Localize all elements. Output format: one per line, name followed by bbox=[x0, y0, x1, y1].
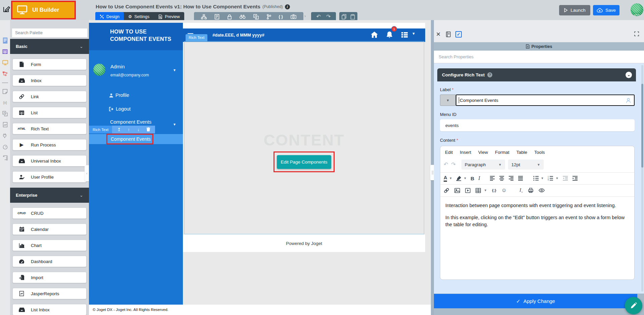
chevron-down-icon[interactable]: ▼ bbox=[541, 177, 544, 180]
hint-user-icon[interactable] bbox=[626, 98, 631, 103]
redo-icon[interactable]: ↷ bbox=[326, 14, 331, 19]
user-avatar[interactable]: admin bbox=[631, 3, 643, 16]
palette-section-enterprise[interactable]: Enterprise ⌄ bbox=[10, 188, 89, 203]
palette-item-inbox[interactable]: Inbox bbox=[12, 75, 87, 86]
chevron-down-icon[interactable]: ▼ bbox=[555, 177, 558, 180]
palette-item-userprofile[interactable]: User Profile bbox=[12, 171, 87, 183]
align-left-icon[interactable] bbox=[490, 176, 495, 181]
toolbar-more-icon[interactable]: › bbox=[304, 13, 306, 18]
menuid-input[interactable]: events bbox=[440, 119, 635, 131]
move-up-icon[interactable]: ↑ bbox=[124, 127, 134, 132]
expand-icon[interactable] bbox=[634, 31, 639, 37]
menu-tools[interactable]: Tools bbox=[534, 150, 545, 155]
align-right-icon[interactable] bbox=[508, 176, 514, 181]
preview-menu-logout[interactable]: Logout bbox=[109, 106, 131, 112]
numbered-list-icon[interactable]: 123 bbox=[548, 176, 553, 181]
move-top-icon[interactable]: ↥ bbox=[114, 127, 124, 132]
media-doc-icon[interactable] bbox=[0, 120, 10, 129]
palette-item-richtext[interactable]: HTML Rich Text bbox=[12, 123, 87, 134]
help-icon[interactable]: ? bbox=[487, 72, 492, 77]
form-builder-icon[interactable] bbox=[214, 14, 219, 19]
paragraph-style-dropdown[interactable]: Paragraph▼ bbox=[461, 160, 505, 170]
palette-item-listinbox[interactable]: List Inbox bbox=[12, 304, 87, 315]
binoculars-icon[interactable] bbox=[239, 14, 246, 19]
navbar-date-text[interactable]: #date.EEE, d MMM yyyy# bbox=[212, 33, 264, 38]
palette-item-jasperreports[interactable]: JasperReports bbox=[12, 288, 87, 299]
palette-item-crud[interactable]: CRUD CRUD bbox=[12, 207, 87, 219]
insert-table-icon[interactable] bbox=[476, 188, 481, 193]
notes-icon[interactable] bbox=[0, 87, 10, 96]
close-icon[interactable]: ✕ bbox=[436, 31, 441, 38]
editor-redo-icon[interactable]: ↷ bbox=[451, 162, 455, 167]
paste-icon[interactable] bbox=[350, 14, 355, 19]
palette-collapse-handle[interactable]: ‹ bbox=[85, 165, 89, 181]
preview-eye-icon[interactable] bbox=[539, 188, 545, 193]
scrollbar-thumb[interactable] bbox=[641, 84, 643, 168]
insert-media-icon[interactable] bbox=[465, 188, 470, 193]
edit-square-icon[interactable] bbox=[2, 5, 10, 13]
palette-item-runprocess[interactable]: ▶ Run Process bbox=[12, 139, 87, 150]
tab-settings[interactable]: ⚙ Settings bbox=[124, 12, 154, 21]
plugin-icon[interactable] bbox=[0, 131, 10, 140]
tab-design[interactable]: Design bbox=[95, 12, 124, 21]
chevron-down-icon[interactable]: ▼ bbox=[463, 177, 466, 180]
palette-item-import[interactable]: Import bbox=[12, 272, 87, 283]
form-module-icon[interactable] bbox=[0, 36, 10, 45]
ui-builder-logo[interactable]: UI Builder bbox=[11, 1, 76, 19]
bell-icon[interactable] bbox=[386, 31, 393, 38]
copy-icon[interactable] bbox=[342, 14, 347, 19]
chevron-down-icon[interactable]: ▼ bbox=[449, 177, 452, 180]
editor-content[interactable]: Interaction between page components with… bbox=[440, 198, 634, 238]
highlight-color-icon[interactable] bbox=[456, 176, 461, 181]
emoji-icon[interactable]: ☺ bbox=[501, 188, 507, 193]
apply-change-button[interactable]: ✓ Apply Change bbox=[434, 294, 637, 308]
insert-link-icon[interactable] bbox=[444, 188, 449, 193]
save-button[interactable]: Save bbox=[593, 5, 620, 15]
properties-search-input[interactable] bbox=[434, 51, 644, 63]
label-prefix-select[interactable]: ▼ bbox=[440, 94, 456, 106]
chevron-down-icon[interactable]: ▼ bbox=[484, 189, 487, 192]
selected-menu-item[interactable]: Component Events bbox=[106, 134, 153, 144]
notes-book-icon[interactable] bbox=[446, 32, 451, 37]
configure-section-header[interactable]: Configure Rich Text ? ⌄ bbox=[437, 68, 636, 81]
preview-user-block[interactable]: Admin email@company.com ▾ bbox=[89, 64, 183, 80]
braces-icon[interactable]: { } bbox=[279, 14, 283, 19]
camera-icon[interactable] bbox=[291, 14, 296, 19]
chevron-down-icon[interactable]: ▾ bbox=[174, 122, 176, 127]
menu-table[interactable]: Table bbox=[516, 150, 527, 155]
monitor-gauge-icon[interactable] bbox=[0, 142, 10, 151]
launch-button[interactable]: Launch bbox=[559, 5, 590, 15]
italic-icon[interactable]: I bbox=[478, 175, 480, 181]
menu-edit[interactable]: Edit bbox=[445, 150, 453, 155]
menu-insert[interactable]: Insert bbox=[460, 150, 471, 155]
palette-item-link[interactable]: Link bbox=[12, 91, 87, 102]
palette-item-list[interactable]: List bbox=[12, 107, 87, 118]
i18n-icon[interactable]: A bbox=[0, 109, 10, 118]
lock-icon[interactable] bbox=[227, 14, 232, 19]
edit-fab-button[interactable] bbox=[625, 297, 642, 314]
move-down-icon[interactable]: ↓ bbox=[134, 127, 143, 132]
delete-icon[interactable] bbox=[143, 127, 153, 132]
home-icon[interactable] bbox=[371, 32, 378, 38]
menu-format[interactable]: Format bbox=[495, 150, 509, 155]
ui-builder-module-icon[interactable] bbox=[0, 58, 10, 67]
palette-item-chart[interactable]: Chart bbox=[12, 240, 87, 251]
tab-preview[interactable]: Preview bbox=[154, 12, 184, 21]
bullet-list-icon[interactable] bbox=[533, 176, 539, 181]
indent-icon[interactable] bbox=[572, 176, 578, 181]
checkbox-icon[interactable]: ✓ bbox=[455, 31, 462, 38]
palette-item-form[interactable]: Form bbox=[12, 59, 87, 70]
variables-icon[interactable]: {x} bbox=[0, 98, 10, 107]
palette-item-dashboard[interactable]: Dashboard bbox=[12, 256, 87, 267]
palette-search-input[interactable] bbox=[12, 28, 87, 37]
palette-section-basic[interactable]: Basic ⌄ bbox=[10, 39, 89, 54]
panel-scrollbar[interactable] bbox=[641, 65, 643, 292]
print-icon[interactable] bbox=[528, 188, 534, 193]
code-sample-icon[interactable]: {;} bbox=[492, 188, 496, 192]
palette-item-universalinbox[interactable]: Universal Inbox bbox=[12, 155, 87, 167]
datalist-module-icon[interactable] bbox=[0, 47, 10, 56]
logs-icon[interactable] bbox=[0, 153, 10, 162]
panel-splitter[interactable] bbox=[431, 20, 434, 315]
process-module-icon[interactable] bbox=[0, 69, 10, 78]
translate-icon[interactable]: A bbox=[253, 14, 259, 19]
